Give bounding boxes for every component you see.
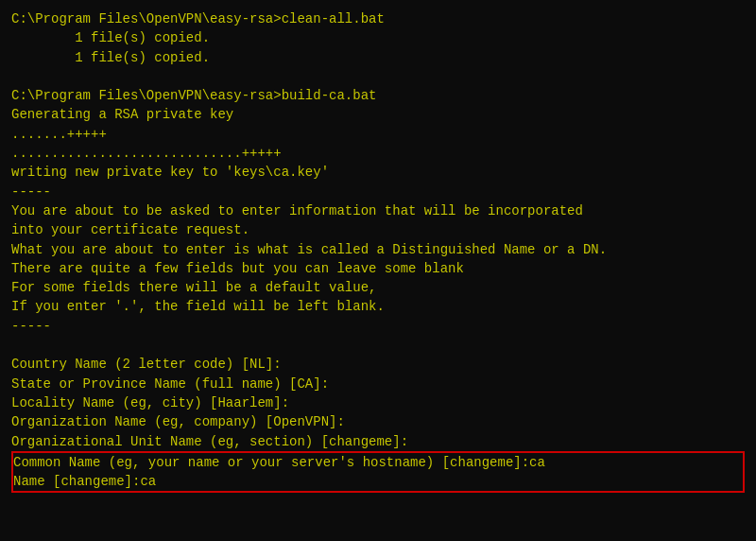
terminal-line-21: Locality Name (eg, city) [Haarlem]: xyxy=(11,393,745,412)
terminal-line-13: What you are about to enter is what is c… xyxy=(11,240,745,259)
terminal-line-19: Country Name (2 letter code) [NL]: xyxy=(11,355,745,374)
highlighted-line-1: Common Name (eg, your name or your serve… xyxy=(13,453,743,472)
terminal-line-3: 1 file(s) copied. xyxy=(11,48,745,67)
terminal-line-20: State or Province Name (full name) [CA]: xyxy=(11,375,745,393)
terminal-line-16: If you enter '.', the field will be left… xyxy=(11,297,745,316)
terminal-line-1: C:\Program Files\OpenVPN\easy-rsa>clean-… xyxy=(11,9,745,28)
terminal-window: C:\Program Files\OpenVPN\easy-rsa>clean-… xyxy=(0,0,756,541)
terminal-line-6: Generating a RSA private key xyxy=(11,105,745,124)
terminal-line-12: into your certificate request. xyxy=(11,220,745,239)
terminal-line-14: There are quite a few fields but you can… xyxy=(11,259,745,278)
terminal-line-11: You are about to be asked to enter infor… xyxy=(11,201,745,220)
terminal-line-9: writing new private key to 'keys\ca.key' xyxy=(11,163,745,182)
terminal-line-23: Organizational Unit Name (eg, section) [… xyxy=(11,432,745,451)
terminal-line-22: Organization Name (eg, company) [OpenVPN… xyxy=(11,412,745,431)
terminal-line-7: .......+++++ xyxy=(11,125,745,144)
terminal-line-2: 1 file(s) copied. xyxy=(11,28,745,47)
terminal-line-15: For some fields there will be a default … xyxy=(11,278,745,297)
highlighted-section: Common Name (eg, your name or your serve… xyxy=(11,451,745,494)
terminal-line-5: C:\Program Files\OpenVPN\easy-rsa>build-… xyxy=(11,86,745,105)
terminal-line-8: .............................+++++ xyxy=(11,144,745,163)
terminal-line-18 xyxy=(11,336,745,355)
terminal-line-17: ----- xyxy=(11,317,745,336)
terminal-line-4 xyxy=(11,67,745,86)
highlighted-line-2: Name [changeme]:ca xyxy=(13,472,743,491)
terminal-line-10: ----- xyxy=(11,183,745,201)
